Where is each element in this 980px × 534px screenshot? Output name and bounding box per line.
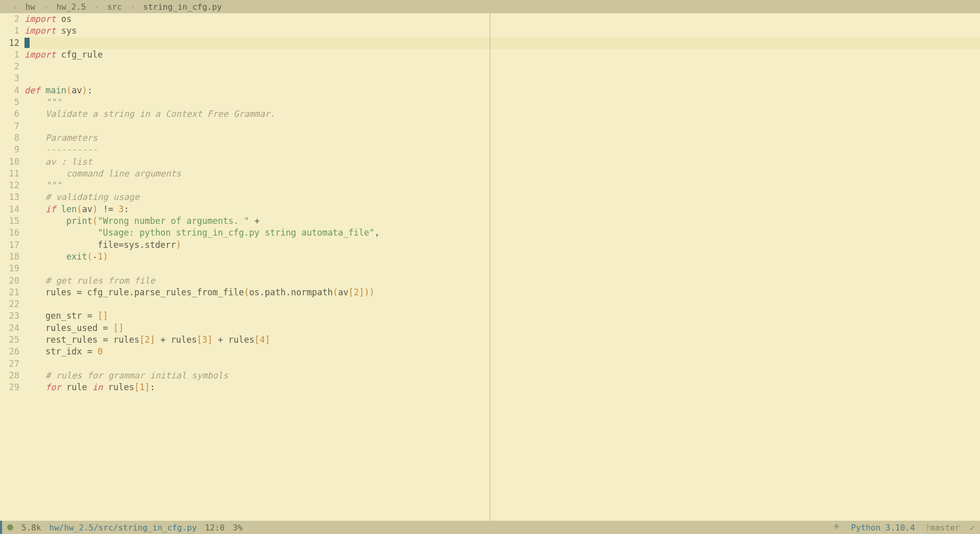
- breadcrumb-item[interactable]: hw: [26, 2, 35, 12]
- code-token: av: [338, 287, 348, 298]
- code-token: """: [24, 96, 61, 108]
- code-line[interactable]: command line arguments: [24, 168, 489, 180]
- code-token: os: [56, 13, 71, 25]
- code-line[interactable]: [491, 298, 980, 310]
- code-line[interactable]: [491, 239, 980, 251]
- code-line[interactable]: Parameters: [24, 132, 489, 144]
- code-area-right[interactable]: [491, 13, 980, 521]
- code-line[interactable]: gen_str = []: [24, 310, 489, 322]
- code-line[interactable]: import cfg_rule: [24, 49, 489, 61]
- breadcrumb-item[interactable]: src: [107, 2, 122, 12]
- code-line[interactable]: [491, 168, 980, 180]
- code-line[interactable]: [491, 287, 980, 298]
- code-line[interactable]: [491, 227, 980, 239]
- code-line[interactable]: import os: [24, 13, 489, 25]
- code-token: str_idx =: [24, 346, 97, 358]
- code-line[interactable]: [491, 37, 980, 49]
- file-path[interactable]: hw/hw_2.5/src/string_in_cfg.py: [50, 523, 197, 532]
- code-line[interactable]: [491, 85, 980, 96]
- code-line[interactable]: [24, 263, 489, 274]
- code-token: file=sys.stderr: [24, 239, 176, 251]
- code-line[interactable]: [491, 251, 980, 263]
- code-line[interactable]: [491, 49, 980, 61]
- check-icon[interactable]: ✓: [970, 523, 975, 532]
- code-line[interactable]: Validate a string in a Context Free Gram…: [24, 108, 489, 120]
- code-token: (: [87, 251, 92, 263]
- code-line[interactable]: [491, 180, 980, 191]
- code-line[interactable]: [24, 61, 489, 72]
- code-line[interactable]: [24, 358, 489, 370]
- code-token: + rules: [155, 334, 197, 346]
- code-line[interactable]: # validating usage: [24, 191, 489, 203]
- code-line[interactable]: # get rules from file: [24, 275, 489, 287]
- code-token: import: [24, 25, 56, 37]
- breadcrumb-file[interactable]: string_in_cfg.py: [143, 2, 222, 12]
- breadcrumb-item[interactable]: hw_2.5: [57, 2, 86, 12]
- python-version[interactable]: Python 3.10.4: [851, 523, 915, 532]
- status-left: 5.8k hw/hw_2.5/src/string_in_cfg.py 12:0…: [7, 523, 242, 532]
- line-number: 17: [0, 239, 19, 251]
- code-line[interactable]: ----------: [24, 144, 489, 156]
- line-number: 11: [0, 168, 19, 180]
- code-line[interactable]: [491, 310, 980, 322]
- code-line[interactable]: [491, 322, 980, 334]
- code-line[interactable]: def main(av):: [24, 85, 489, 96]
- code-line[interactable]: [491, 382, 980, 393]
- code-line[interactable]: str_idx = 0: [24, 346, 489, 358]
- code-line[interactable]: [491, 144, 980, 156]
- code-line[interactable]: if len(av) != 3:: [24, 204, 489, 215]
- code-line[interactable]: [24, 72, 489, 84]
- chevron-right-icon: ›: [94, 2, 99, 12]
- code-line[interactable]: [491, 346, 980, 358]
- code-token: (: [333, 287, 338, 298]
- code-line[interactable]: [491, 263, 980, 274]
- code-token: import: [24, 49, 56, 61]
- code-line[interactable]: [491, 13, 980, 25]
- code-line[interactable]: [491, 358, 980, 370]
- code-line[interactable]: [491, 191, 980, 203]
- code-line[interactable]: [491, 120, 980, 132]
- code-token: def: [24, 85, 40, 96]
- code-line[interactable]: [24, 298, 489, 310]
- code-line[interactable]: [491, 370, 980, 382]
- code-line[interactable]: """: [24, 96, 489, 108]
- code-line[interactable]: [491, 275, 980, 287]
- branch-name: master: [930, 523, 960, 532]
- git-branch[interactable]: ᚹmaster: [925, 523, 960, 532]
- code-line[interactable]: # rules for grammar initial symbols: [24, 370, 489, 382]
- code-line[interactable]: [491, 204, 980, 215]
- code-line[interactable]: av : list: [24, 156, 489, 168]
- code-line[interactable]: file=sys.stderr): [24, 239, 489, 251]
- code-line[interactable]: [491, 25, 980, 37]
- code-line[interactable]: [491, 96, 980, 108]
- rocket-icon[interactable]: [832, 522, 841, 532]
- code-line[interactable]: rest_rules = rules[2] + rules[3] + rules…: [24, 334, 489, 346]
- code-token: 2: [354, 287, 359, 298]
- code-line[interactable]: [24, 37, 489, 49]
- code-line[interactable]: print("Wrong number of arguments. " +: [24, 215, 489, 227]
- code-line[interactable]: import sys: [24, 25, 489, 37]
- code-line[interactable]: [491, 132, 980, 144]
- code-line[interactable]: """: [24, 180, 489, 191]
- code-line[interactable]: for rule in rules[1]:: [24, 382, 489, 393]
- code-line[interactable]: [491, 61, 980, 72]
- code-line[interactable]: [491, 108, 980, 120]
- code-token: ): [82, 85, 87, 96]
- code-line[interactable]: [491, 215, 980, 227]
- editor-container: 2112123456789101112131415161718192021222…: [0, 13, 980, 521]
- code-token: ----------: [24, 144, 97, 156]
- code-line[interactable]: rules_used = []: [24, 322, 489, 334]
- code-area[interactable]: import osimport sysimport cfg_ruledef ma…: [24, 13, 489, 521]
- line-number: 28: [0, 370, 19, 382]
- code-line[interactable]: rules = cfg_rule.parse_rules_from_file(o…: [24, 287, 489, 298]
- code-line[interactable]: [491, 72, 980, 84]
- editor-pane-right[interactable]: [491, 13, 980, 521]
- cursor-position[interactable]: 12:0: [205, 523, 225, 532]
- code-line[interactable]: [491, 156, 980, 168]
- line-number: 15: [0, 215, 19, 227]
- code-line[interactable]: "Usage: python string_in_cfg.py string a…: [24, 227, 489, 239]
- code-line[interactable]: [24, 120, 489, 132]
- code-line[interactable]: exit(-1): [24, 251, 489, 263]
- editor-pane-left[interactable]: 2112123456789101112131415161718192021222…: [0, 13, 491, 521]
- code-line[interactable]: [491, 334, 980, 346]
